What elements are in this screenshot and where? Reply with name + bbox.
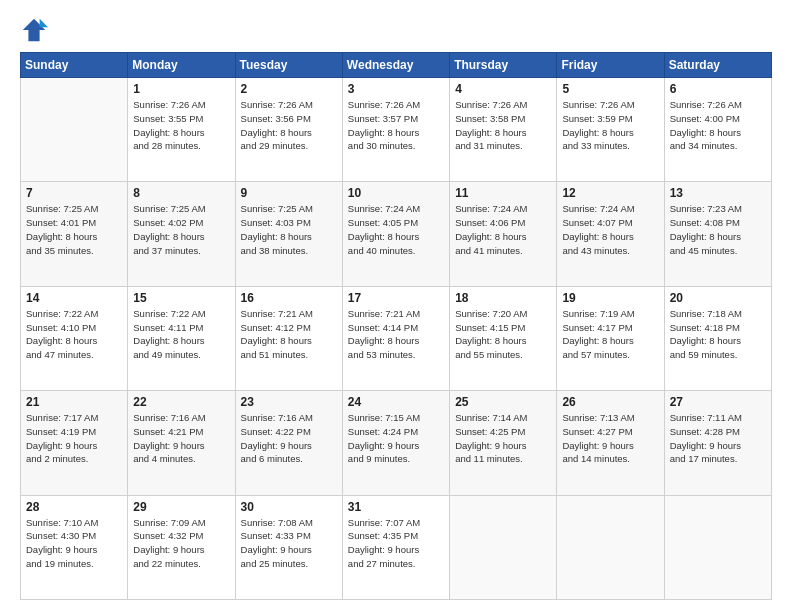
day-info: Sunrise: 7:09 AMSunset: 4:32 PMDaylight:…: [133, 516, 229, 571]
day-info: Sunrise: 7:11 AMSunset: 4:28 PMDaylight:…: [670, 411, 766, 466]
day-number: 22: [133, 395, 229, 409]
day-cell: 16Sunrise: 7:21 AMSunset: 4:12 PMDayligh…: [235, 286, 342, 390]
day-number: 7: [26, 186, 122, 200]
logo-icon: [20, 16, 48, 44]
day-info: Sunrise: 7:16 AMSunset: 4:22 PMDaylight:…: [241, 411, 337, 466]
day-number: 16: [241, 291, 337, 305]
week-row-2: 7Sunrise: 7:25 AMSunset: 4:01 PMDaylight…: [21, 182, 772, 286]
day-info: Sunrise: 7:17 AMSunset: 4:19 PMDaylight:…: [26, 411, 122, 466]
day-info: Sunrise: 7:22 AMSunset: 4:10 PMDaylight:…: [26, 307, 122, 362]
day-info: Sunrise: 7:21 AMSunset: 4:14 PMDaylight:…: [348, 307, 444, 362]
day-cell: 24Sunrise: 7:15 AMSunset: 4:24 PMDayligh…: [342, 391, 449, 495]
day-cell: 10Sunrise: 7:24 AMSunset: 4:05 PMDayligh…: [342, 182, 449, 286]
week-row-3: 14Sunrise: 7:22 AMSunset: 4:10 PMDayligh…: [21, 286, 772, 390]
column-header-monday: Monday: [128, 53, 235, 78]
day-info: Sunrise: 7:14 AMSunset: 4:25 PMDaylight:…: [455, 411, 551, 466]
day-cell: 3Sunrise: 7:26 AMSunset: 3:57 PMDaylight…: [342, 78, 449, 182]
day-cell: 28Sunrise: 7:10 AMSunset: 4:30 PMDayligh…: [21, 495, 128, 599]
day-number: 8: [133, 186, 229, 200]
day-number: 3: [348, 82, 444, 96]
day-number: 26: [562, 395, 658, 409]
column-header-tuesday: Tuesday: [235, 53, 342, 78]
day-info: Sunrise: 7:24 AMSunset: 4:07 PMDaylight:…: [562, 202, 658, 257]
page: SundayMondayTuesdayWednesdayThursdayFrid…: [0, 0, 792, 612]
day-info: Sunrise: 7:13 AMSunset: 4:27 PMDaylight:…: [562, 411, 658, 466]
day-cell: [557, 495, 664, 599]
day-number: 30: [241, 500, 337, 514]
day-info: Sunrise: 7:08 AMSunset: 4:33 PMDaylight:…: [241, 516, 337, 571]
day-cell: 14Sunrise: 7:22 AMSunset: 4:10 PMDayligh…: [21, 286, 128, 390]
day-cell: 18Sunrise: 7:20 AMSunset: 4:15 PMDayligh…: [450, 286, 557, 390]
header: [20, 16, 772, 44]
day-info: Sunrise: 7:25 AMSunset: 4:02 PMDaylight:…: [133, 202, 229, 257]
header-row: SundayMondayTuesdayWednesdayThursdayFrid…: [21, 53, 772, 78]
day-cell: 8Sunrise: 7:25 AMSunset: 4:02 PMDaylight…: [128, 182, 235, 286]
day-cell: 30Sunrise: 7:08 AMSunset: 4:33 PMDayligh…: [235, 495, 342, 599]
day-number: 15: [133, 291, 229, 305]
day-info: Sunrise: 7:23 AMSunset: 4:08 PMDaylight:…: [670, 202, 766, 257]
day-number: 29: [133, 500, 229, 514]
day-info: Sunrise: 7:10 AMSunset: 4:30 PMDaylight:…: [26, 516, 122, 571]
day-info: Sunrise: 7:26 AMSunset: 3:59 PMDaylight:…: [562, 98, 658, 153]
day-cell: 2Sunrise: 7:26 AMSunset: 3:56 PMDaylight…: [235, 78, 342, 182]
day-cell: 7Sunrise: 7:25 AMSunset: 4:01 PMDaylight…: [21, 182, 128, 286]
day-number: 21: [26, 395, 122, 409]
day-number: 20: [670, 291, 766, 305]
day-info: Sunrise: 7:21 AMSunset: 4:12 PMDaylight:…: [241, 307, 337, 362]
week-row-5: 28Sunrise: 7:10 AMSunset: 4:30 PMDayligh…: [21, 495, 772, 599]
day-number: 18: [455, 291, 551, 305]
day-number: 9: [241, 186, 337, 200]
day-number: 6: [670, 82, 766, 96]
column-header-wednesday: Wednesday: [342, 53, 449, 78]
day-cell: 9Sunrise: 7:25 AMSunset: 4:03 PMDaylight…: [235, 182, 342, 286]
week-row-4: 21Sunrise: 7:17 AMSunset: 4:19 PMDayligh…: [21, 391, 772, 495]
day-number: 14: [26, 291, 122, 305]
day-cell: 17Sunrise: 7:21 AMSunset: 4:14 PMDayligh…: [342, 286, 449, 390]
day-cell: 23Sunrise: 7:16 AMSunset: 4:22 PMDayligh…: [235, 391, 342, 495]
day-number: 19: [562, 291, 658, 305]
day-number: 2: [241, 82, 337, 96]
day-cell: [450, 495, 557, 599]
day-cell: 19Sunrise: 7:19 AMSunset: 4:17 PMDayligh…: [557, 286, 664, 390]
day-cell: 11Sunrise: 7:24 AMSunset: 4:06 PMDayligh…: [450, 182, 557, 286]
day-info: Sunrise: 7:26 AMSunset: 3:57 PMDaylight:…: [348, 98, 444, 153]
day-info: Sunrise: 7:26 AMSunset: 4:00 PMDaylight:…: [670, 98, 766, 153]
day-number: 11: [455, 186, 551, 200]
calendar-header: SundayMondayTuesdayWednesdayThursdayFrid…: [21, 53, 772, 78]
day-number: 13: [670, 186, 766, 200]
day-cell: 5Sunrise: 7:26 AMSunset: 3:59 PMDaylight…: [557, 78, 664, 182]
day-info: Sunrise: 7:26 AMSunset: 3:58 PMDaylight:…: [455, 98, 551, 153]
day-cell: 26Sunrise: 7:13 AMSunset: 4:27 PMDayligh…: [557, 391, 664, 495]
day-info: Sunrise: 7:26 AMSunset: 3:55 PMDaylight:…: [133, 98, 229, 153]
day-cell: 31Sunrise: 7:07 AMSunset: 4:35 PMDayligh…: [342, 495, 449, 599]
day-info: Sunrise: 7:15 AMSunset: 4:24 PMDaylight:…: [348, 411, 444, 466]
day-info: Sunrise: 7:26 AMSunset: 3:56 PMDaylight:…: [241, 98, 337, 153]
day-info: Sunrise: 7:22 AMSunset: 4:11 PMDaylight:…: [133, 307, 229, 362]
week-row-1: 1Sunrise: 7:26 AMSunset: 3:55 PMDaylight…: [21, 78, 772, 182]
day-number: 4: [455, 82, 551, 96]
day-cell: 22Sunrise: 7:16 AMSunset: 4:21 PMDayligh…: [128, 391, 235, 495]
day-number: 17: [348, 291, 444, 305]
day-cell: 6Sunrise: 7:26 AMSunset: 4:00 PMDaylight…: [664, 78, 771, 182]
day-info: Sunrise: 7:24 AMSunset: 4:05 PMDaylight:…: [348, 202, 444, 257]
day-cell: 1Sunrise: 7:26 AMSunset: 3:55 PMDaylight…: [128, 78, 235, 182]
day-info: Sunrise: 7:20 AMSunset: 4:15 PMDaylight:…: [455, 307, 551, 362]
day-cell: 21Sunrise: 7:17 AMSunset: 4:19 PMDayligh…: [21, 391, 128, 495]
day-cell: 4Sunrise: 7:26 AMSunset: 3:58 PMDaylight…: [450, 78, 557, 182]
day-cell: [21, 78, 128, 182]
day-number: 5: [562, 82, 658, 96]
column-header-thursday: Thursday: [450, 53, 557, 78]
day-cell: 27Sunrise: 7:11 AMSunset: 4:28 PMDayligh…: [664, 391, 771, 495]
day-number: 10: [348, 186, 444, 200]
day-number: 28: [26, 500, 122, 514]
day-info: Sunrise: 7:24 AMSunset: 4:06 PMDaylight:…: [455, 202, 551, 257]
day-number: 1: [133, 82, 229, 96]
day-number: 27: [670, 395, 766, 409]
day-number: 25: [455, 395, 551, 409]
column-header-friday: Friday: [557, 53, 664, 78]
day-cell: 12Sunrise: 7:24 AMSunset: 4:07 PMDayligh…: [557, 182, 664, 286]
day-cell: [664, 495, 771, 599]
logo: [20, 16, 52, 44]
calendar-body: 1Sunrise: 7:26 AMSunset: 3:55 PMDaylight…: [21, 78, 772, 600]
day-info: Sunrise: 7:07 AMSunset: 4:35 PMDaylight:…: [348, 516, 444, 571]
